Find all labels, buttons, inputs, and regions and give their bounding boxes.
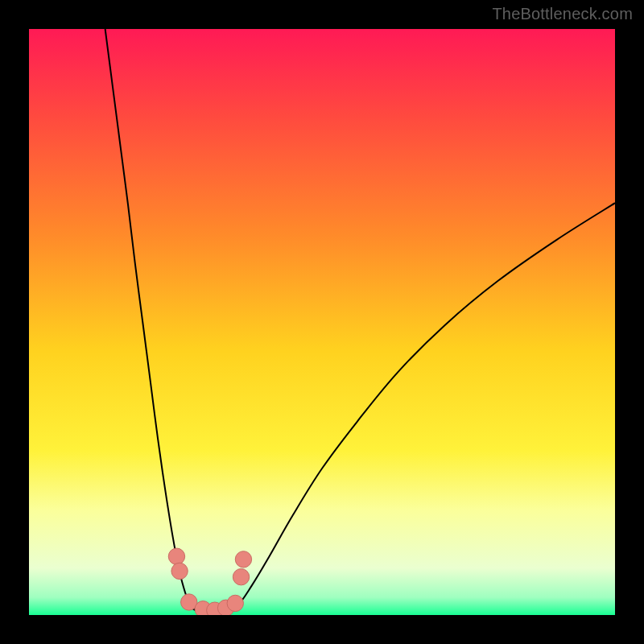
marker-dot xyxy=(227,595,243,611)
chart-svg xyxy=(29,29,615,615)
marker-dot xyxy=(171,563,188,579)
marker-dot xyxy=(235,551,251,568)
plot-area xyxy=(29,29,615,615)
outer-frame: TheBottleneck.com xyxy=(0,0,644,644)
watermark-text: TheBottleneck.com xyxy=(492,5,633,23)
marker-dot xyxy=(168,548,184,564)
marker-dot xyxy=(233,568,249,584)
